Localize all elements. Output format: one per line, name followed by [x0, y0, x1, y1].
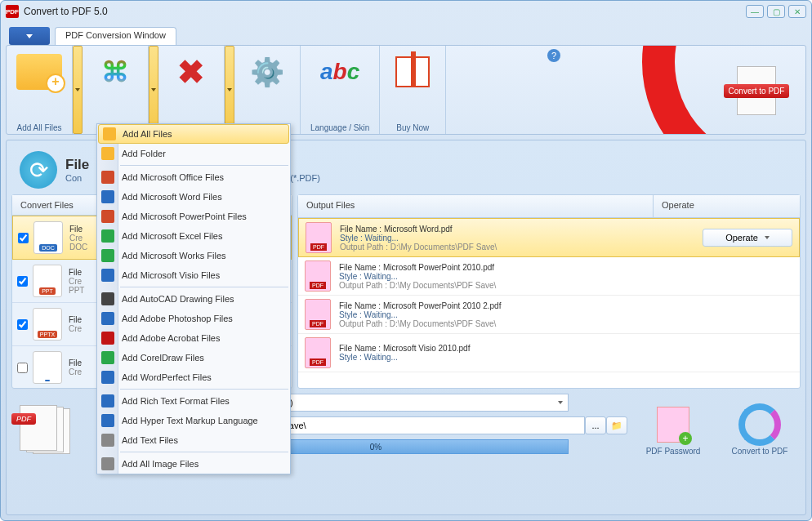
dropdown-item[interactable]: Add Microsoft Works Files: [97, 246, 290, 265]
tab-pdf-conversion[interactable]: PDF Conversion Window: [55, 27, 176, 45]
dropdown-item[interactable]: Add Folder: [97, 144, 290, 163]
ribbon-buynow-label: Buy Now: [396, 123, 429, 132]
convert-icon: [737, 406, 783, 443]
menu-item-icon: [101, 229, 114, 243]
ribbon-language-label: Language / Skin: [310, 123, 369, 132]
ribbon-remove-dropdown[interactable]: [225, 46, 234, 134]
source-meta: FileCre: [69, 358, 82, 376]
source-checkbox[interactable]: [17, 276, 28, 287]
tab-row: PDF Conversion Window: [1, 22, 811, 45]
pdf-password-button[interactable]: PDF Password: [632, 406, 714, 456]
dropdown-item[interactable]: Add Rich Text Format Files: [97, 391, 290, 411]
output-meta: File Name : Microsoft Visio 2010.pdfStyl…: [339, 344, 703, 362]
menu-item-icon: [101, 292, 114, 305]
convert-to-pdf-button[interactable]: Convert to PDF: [716, 62, 797, 119]
output-item[interactable]: PDFFile Name : Microsoft Visio 2010.pdfS…: [298, 334, 800, 372]
menu-item-icon: [101, 332, 114, 345]
pdf-file-icon: PDF: [305, 260, 331, 292]
maximize-button[interactable]: ▢: [767, 5, 785, 18]
pdf-password-label: PDF Password: [646, 447, 701, 456]
convert-button-label: Convert to PDF: [732, 447, 788, 456]
page-subtitle-left: Con: [65, 173, 82, 183]
menu-item-icon: [101, 414, 114, 427]
ribbon-language[interactable]: abc Language / Skin: [301, 46, 380, 134]
dropdown-item[interactable]: Add WordPerfect Files: [97, 367, 290, 387]
dropdown-item[interactable]: Add Microsoft PowerPoint Files: [97, 207, 290, 226]
menu-item-icon: [101, 190, 114, 203]
output-header: Output Files Operate: [298, 195, 800, 218]
menu-item-label: Add Adobe Acrobat Files: [122, 333, 220, 343]
menu-item-label: Add Microsoft Excel Files: [122, 231, 222, 241]
menu-item-icon: [101, 434, 114, 447]
minimize-button[interactable]: —: [746, 5, 764, 18]
convert-button[interactable]: Convert to PDF: [719, 406, 801, 456]
ribbon-remove[interactable]: ✖: [158, 46, 225, 134]
close-button[interactable]: ✕: [788, 5, 806, 18]
menu-item-icon: [101, 249, 114, 262]
menu-item-label: Add Microsoft PowerPoint Files: [122, 212, 247, 221]
dropdown-item[interactable]: Add All Image Files: [97, 454, 290, 474]
menu-item-label: Add Microsoft Office Files: [122, 172, 224, 182]
dropdown-item[interactable]: Add Hyper Text Markup Language: [97, 411, 290, 430]
dropdown-item[interactable]: Add Microsoft Visio Files: [97, 265, 290, 285]
dropdown-item[interactable]: Add Microsoft Excel Files: [97, 226, 290, 246]
dropdown-separator: [120, 389, 288, 390]
source-checkbox[interactable]: [18, 233, 29, 243]
dropdown-item[interactable]: Add Adobe Photoshop Files: [97, 309, 290, 328]
operate-button[interactable]: Operate: [703, 229, 792, 247]
output-item[interactable]: PDFFile Name : Microsoft PowerPoint 2010…: [298, 257, 800, 296]
menu-item-icon: [103, 127, 116, 140]
ribbon-office[interactable]: ⌘: [83, 46, 149, 134]
menu-item-label: Add AutoCAD Drawing Files: [122, 294, 234, 304]
open-folder-button[interactable]: 📁: [606, 416, 627, 434]
menu-item-label: Add Text Files: [122, 435, 178, 445]
ribbon-art: Convert to PDF: [569, 46, 805, 134]
convert-badge: Convert to PDF: [724, 84, 790, 98]
dropdown-item[interactable]: Add AutoCAD Drawing Files: [97, 289, 290, 309]
ribbon: Add All Files ⌘ ✖ ⚙️ Setting abc Languag…: [6, 45, 806, 135]
menu-item-icon: [101, 147, 114, 160]
dropdown-item[interactable]: Add CorelDraw Files: [97, 348, 290, 367]
add-files-dropdown[interactable]: Add All FilesAdd FolderAdd Microsoft Off…: [96, 123, 291, 474]
convert-cycle-icon: [20, 151, 57, 189]
output-item[interactable]: PDFFile Name : Microsoft Word.pdfStyle :…: [298, 218, 800, 257]
dropdown-separator: [120, 165, 288, 166]
file-type-icon: PPT: [33, 265, 62, 297]
menu-item-icon: [101, 210, 114, 223]
dropdown-item[interactable]: Add Adobe Acrobat Files: [97, 328, 290, 348]
titlebar: PDF Convert to PDF 5.0 — ▢ ✕: [1, 1, 811, 22]
dropdown-separator: [120, 452, 288, 452]
file-type-icon: [33, 351, 62, 384]
output-col-files: Output Files: [298, 195, 653, 217]
ribbon-add-dropdown[interactable]: [73, 46, 83, 134]
app-menu-orb[interactable]: [9, 27, 50, 45]
help-icon[interactable]: ?: [547, 49, 560, 62]
pdf-password-icon: [650, 406, 696, 443]
output-item[interactable]: PDFFile Name : Microsoft PowerPoint 2010…: [298, 296, 800, 334]
dropdown-item[interactable]: Add Microsoft Office Files: [97, 167, 290, 187]
source-checkbox[interactable]: [17, 363, 28, 373]
ribbon-office-dropdown[interactable]: [149, 46, 158, 134]
file-type-icon: PPTX: [33, 308, 62, 341]
dropdown-separator: [120, 287, 288, 287]
menu-item-icon: [101, 351, 114, 364]
source-meta: FileCre: [69, 315, 82, 333]
ribbon-add-all[interactable]: Add All Files: [7, 46, 73, 134]
menu-item-label: Add Hyper Text Markup Language: [122, 416, 258, 425]
pdf-stack-icon: PDF: [11, 405, 80, 457]
dropdown-item[interactable]: Add All Files: [98, 124, 289, 144]
dropdown-item[interactable]: Add Microsoft Word Files: [97, 187, 290, 207]
output-meta: File Name : Microsoft PowerPoint 2010 2.…: [339, 301, 703, 328]
browse-button[interactable]: ...: [585, 416, 606, 434]
source-meta: FileCrePPT: [69, 268, 84, 295]
app-icon: PDF: [6, 5, 19, 18]
ribbon-setting[interactable]: ⚙️ Setting: [234, 46, 301, 134]
source-checkbox[interactable]: [17, 319, 28, 330]
menu-item-label: Add Microsoft Works Files: [122, 251, 226, 260]
folder-add-icon: [16, 49, 62, 95]
pdf-file-icon: PDF: [306, 222, 332, 253]
ribbon-buynow[interactable]: Buy Now: [380, 46, 446, 134]
dropdown-item[interactable]: Add Text Files: [97, 430, 290, 450]
gear-icon: ⚙️: [244, 49, 290, 95]
abc-icon: abc: [317, 49, 363, 95]
